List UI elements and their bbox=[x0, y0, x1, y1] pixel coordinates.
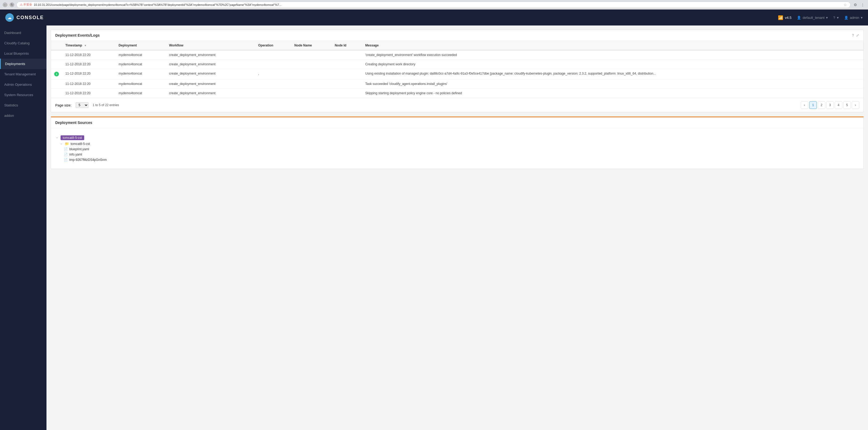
file-label-info[interactable]: info.yaml bbox=[69, 153, 82, 156]
row-icon-cell bbox=[51, 50, 62, 60]
events-panel-title: Deployment Events/Logs bbox=[55, 33, 100, 37]
sidebar-item-deployments[interactable]: Deployments bbox=[0, 59, 46, 69]
row-deployment: mydemo4tomcat bbox=[115, 79, 166, 89]
events-panel: Deployment Events/Logs ? ⤢ bbox=[51, 30, 864, 112]
root-badge[interactable]: tomcat8-5-cst bbox=[61, 135, 84, 140]
row-timestamp: 11-12-2018 22:20 bbox=[62, 89, 115, 98]
row-node-id bbox=[332, 79, 362, 89]
pagination-bar: Page size: 5 10 25 1 to 5 of 22 entries … bbox=[51, 98, 864, 112]
file-icon-tmp: 📄 bbox=[64, 158, 68, 162]
row-message: Using existing installation of managed p… bbox=[362, 69, 864, 79]
help-button[interactable]: ? ▾ bbox=[833, 16, 839, 20]
page-5-button[interactable]: 5 bbox=[843, 101, 851, 109]
sidebar-item-resources[interactable]: System Resources bbox=[0, 90, 46, 100]
folder-label-1[interactable]: tomcat8-5-cst bbox=[71, 142, 90, 146]
back-button[interactable]: ← bbox=[3, 2, 7, 7]
root-toggle[interactable]: − bbox=[55, 136, 59, 140]
logo-text: CONSOLE bbox=[17, 15, 44, 21]
extensions-icon[interactable]: ⚙ bbox=[852, 2, 858, 7]
row-icon-cell bbox=[51, 60, 62, 69]
timestamp-label: Timestamp bbox=[65, 43, 82, 47]
row-deployment: mydemo4tomcat bbox=[115, 69, 166, 79]
page-size-select[interactable]: 5 10 25 bbox=[76, 102, 88, 108]
file-icon-blueprint: 📄 bbox=[64, 147, 68, 151]
row-node-name bbox=[291, 69, 332, 79]
page-2-button[interactable]: 2 bbox=[818, 101, 825, 109]
sidebar-item-statistics[interactable]: Statistics bbox=[0, 100, 46, 110]
row-operation bbox=[255, 89, 291, 98]
col-node-name: Node Name bbox=[291, 41, 332, 50]
sidebar-item-admin[interactable]: Admin Operations bbox=[0, 79, 46, 90]
row-workflow: create_deployment_environment bbox=[166, 50, 255, 60]
url-bar[interactable]: ⚠ 不安全 10.10.31.201/console/page/deployme… bbox=[17, 2, 850, 8]
sidebar-item-dashboard[interactable]: Dashboard bbox=[0, 28, 46, 38]
sidebar-item-catalog[interactable]: Cloudify Catalog bbox=[0, 38, 46, 48]
col-timestamp[interactable]: Timestamp ▼ bbox=[62, 41, 115, 50]
tenant-selector[interactable]: 👤 default_tenant ▾ bbox=[797, 16, 828, 20]
sidebar-label-resources: System Resources bbox=[4, 93, 33, 97]
table-row: 11-12-2018 22:20 mydemo4tomcat create_de… bbox=[51, 89, 864, 98]
username: admin bbox=[850, 16, 859, 20]
signal-icon: 📶 bbox=[778, 15, 783, 20]
sidebar-label-admin: Admin Operations bbox=[4, 82, 32, 87]
sources-panel: Deployment Sources − tomcat8-5-cst − bbox=[51, 117, 864, 169]
row-message: Task succeeded 'cloudify_agent.operation… bbox=[362, 79, 864, 89]
info-icon: i bbox=[54, 72, 59, 76]
row-node-id bbox=[332, 60, 362, 69]
col-workflow: Workflow bbox=[166, 41, 255, 50]
row-node-name bbox=[291, 79, 332, 89]
tenant-chevron: ▾ bbox=[826, 16, 828, 20]
row-message: 'create_deployment_environment' workflow… bbox=[362, 50, 864, 60]
refresh-button[interactable]: ↻ bbox=[9, 2, 14, 7]
events-table-container: Timestamp ▼ Deployment Workflow Operatio… bbox=[51, 41, 864, 98]
help-panel-icon[interactable]: ? bbox=[852, 33, 854, 37]
folder-toggle-1[interactable]: − bbox=[60, 142, 63, 146]
row-node-name bbox=[291, 89, 332, 98]
sidebar-item-addon[interactable]: addon bbox=[0, 110, 46, 121]
table-row: 11-12-2018 22:20 mydemo4tomcat create_de… bbox=[51, 79, 864, 89]
sidebar-label-addon: addon bbox=[4, 113, 14, 118]
file-label-tmp[interactable]: tmp-9267fMzDS4pGnSnm bbox=[69, 158, 107, 162]
panel-actions: ? ⤢ bbox=[852, 33, 859, 37]
page-1-button[interactable]: 1 bbox=[809, 101, 817, 109]
menu-icon[interactable]: ⋮ bbox=[860, 2, 865, 7]
row-deployment: mydemo4tomcat bbox=[115, 50, 166, 60]
table-row: 11-12-2018 22:20 mydemo4tomcat create_de… bbox=[51, 50, 864, 60]
row-workflow: create_deployment_environment bbox=[166, 60, 255, 69]
sidebar-item-blueprints[interactable]: Local Blueprints bbox=[0, 48, 46, 59]
file-label-blueprint[interactable]: blueprint.yaml bbox=[69, 147, 89, 151]
tree-folder-1: − 📁 tomcat8-5-cst bbox=[55, 141, 859, 146]
events-panel-header: Deployment Events/Logs ? ⤢ bbox=[51, 30, 864, 41]
page-4-button[interactable]: 4 bbox=[835, 101, 842, 109]
row-operation bbox=[255, 60, 291, 69]
col-message: Message bbox=[362, 41, 864, 50]
row-node-id bbox=[332, 89, 362, 98]
bookmark-icon[interactable]: ☆ bbox=[843, 3, 847, 7]
topbar: ☁ CONSOLE 📶 v4.5 👤 default_tenant ▾ ? ▾ … bbox=[0, 9, 868, 26]
user-chevron: ▾ bbox=[861, 16, 863, 20]
row-node-name bbox=[291, 50, 332, 60]
prev-page-button[interactable]: ‹ bbox=[801, 101, 808, 109]
sidebar-label-statistics: Statistics bbox=[4, 103, 18, 107]
sidebar-label-catalog: Cloudify Catalog bbox=[4, 41, 29, 45]
events-table: Timestamp ▼ Deployment Workflow Operatio… bbox=[51, 41, 864, 98]
help-chevron: ▾ bbox=[837, 16, 839, 20]
sidebar-label-tenant: Tenant Management bbox=[4, 72, 36, 76]
help-icon: ? bbox=[833, 16, 835, 20]
row-operation bbox=[255, 50, 291, 60]
row-workflow: create_deployment_environment bbox=[166, 69, 255, 79]
col-deployment: Deployment bbox=[115, 41, 166, 50]
logo-icon: ☁ bbox=[5, 13, 14, 22]
page-3-button[interactable]: 3 bbox=[826, 101, 834, 109]
tenant-name: default_tenant bbox=[803, 16, 825, 20]
file-tree: − tomcat8-5-cst − 📁 tomcat8-5-cst bbox=[55, 132, 859, 165]
row-node-id bbox=[332, 50, 362, 60]
expand-icon[interactable]: ⤢ bbox=[856, 33, 859, 37]
next-page-button[interactable]: › bbox=[852, 101, 859, 109]
row-timestamp: 11-12-2018 22:20 bbox=[62, 60, 115, 69]
sources-panel-body: − tomcat8-5-cst − 📁 tomcat8-5-cst bbox=[51, 128, 864, 169]
user-menu[interactable]: 👤 admin ▾ bbox=[844, 16, 863, 20]
tree-file-tmp: 📄 tmp-9267fMzDS4pGnSnm bbox=[55, 157, 859, 162]
sidebar-item-tenant[interactable]: Tenant Management bbox=[0, 69, 46, 79]
sidebar-label-blueprints: Local Blueprints bbox=[4, 52, 29, 56]
